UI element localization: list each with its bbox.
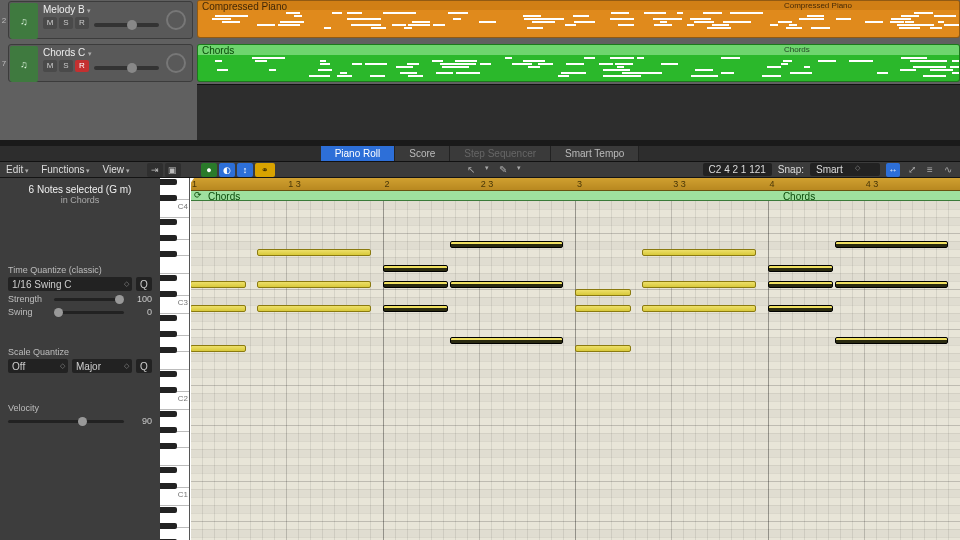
pointer-tool-icon[interactable]: ↖ xyxy=(465,164,477,176)
track-name: Melody xyxy=(43,4,75,15)
ruler-label: 4 3 xyxy=(866,179,879,189)
track-header-chords[interactable]: 7 ♫ Chords C ▾ M S R xyxy=(8,44,193,82)
pan-knob[interactable] xyxy=(166,10,186,30)
swing-value[interactable]: 0 xyxy=(128,307,152,317)
track-header-list: 2 ♫ Melody B ▾ M S R 7 ♫ Chords C ▾ M xyxy=(0,0,197,140)
midi-note[interactable] xyxy=(450,337,564,344)
mute-button[interactable]: M xyxy=(43,17,57,29)
region-melody[interactable]: Compressed PianoCompressed Piano xyxy=(197,0,960,38)
midi-note[interactable] xyxy=(642,249,756,256)
zoom-horizontal-icon[interactable]: ↔ xyxy=(886,163,900,177)
ruler-label: 1 3 xyxy=(288,179,301,189)
selection-subtitle: in Chords xyxy=(8,195,152,205)
position-display[interactable]: C2 4 2 1 121 xyxy=(703,163,772,176)
midi-note[interactable] xyxy=(642,305,756,312)
menu-functions[interactable]: Functions xyxy=(35,162,96,177)
midi-note[interactable] xyxy=(768,281,833,288)
arrange-lanes[interactable]: Compressed PianoCompressed Piano ChordsC… xyxy=(197,0,960,140)
scale-type-select[interactable]: Major◇ xyxy=(72,359,132,373)
midi-note[interactable] xyxy=(768,265,833,272)
midi-note[interactable] xyxy=(383,265,448,272)
midi-note[interactable] xyxy=(450,281,564,288)
midi-note[interactable] xyxy=(835,281,949,288)
midi-note[interactable] xyxy=(575,345,631,352)
volume-slider[interactable] xyxy=(94,23,159,27)
midi-in-icon[interactable]: ● xyxy=(201,163,217,177)
region-name: Chords xyxy=(784,45,810,54)
piano-roll-toolbar: Edit Functions View ⇥ ▣ ● ◐ ↕ ⚭ ↖ ▾ ✎ ▾ … xyxy=(0,162,960,178)
loop-marker-icon[interactable]: ⟳ xyxy=(194,190,202,200)
tab-piano-roll[interactable]: Piano Roll xyxy=(321,146,396,161)
track-number: 2 xyxy=(1,2,7,38)
midi-note[interactable] xyxy=(575,305,631,312)
ruler-label: 2 xyxy=(385,179,390,189)
piano-roll-grid[interactable]: 11 322 333 344 3 Chords Chords ⟳ xyxy=(190,178,960,540)
region-chords[interactable]: ChordsChords xyxy=(197,44,960,82)
midi-note[interactable] xyxy=(383,281,448,288)
region-name: Compressed Piano xyxy=(784,1,852,10)
midi-note[interactable] xyxy=(642,281,756,288)
midi-note[interactable] xyxy=(383,305,448,312)
menu-edit[interactable]: Edit xyxy=(0,162,35,177)
midi-note[interactable] xyxy=(257,281,371,288)
ruler-label: 3 3 xyxy=(673,179,686,189)
midi-thru-icon[interactable]: ⇥ xyxy=(147,163,163,177)
solo-button[interactable]: S xyxy=(59,60,73,72)
strength-label: Strength xyxy=(8,294,50,304)
tool-menu-icon[interactable]: ▾ xyxy=(481,164,493,176)
playhead[interactable] xyxy=(190,178,191,540)
automation-icon[interactable]: ∿ xyxy=(942,164,954,176)
midi-note[interactable] xyxy=(190,345,246,352)
volume-slider[interactable] xyxy=(94,66,159,70)
track-header-melody[interactable]: 2 ♫ Melody B ▾ M S R xyxy=(8,1,193,39)
snap-label: Snap: xyxy=(778,164,804,175)
tab-score[interactable]: Score xyxy=(395,146,450,161)
midi-note[interactable] xyxy=(835,337,949,344)
midi-note[interactable] xyxy=(190,305,246,312)
pan-knob[interactable] xyxy=(166,53,186,73)
arrange-area: 2 ♫ Melody B ▾ M S R 7 ♫ Chords C ▾ M xyxy=(0,0,960,140)
piano-keyboard[interactable]: C4C3C2C1C0 xyxy=(160,178,190,540)
catch-playhead-icon[interactable]: ▣ xyxy=(165,163,181,177)
collapse-icon[interactable]: ↕ xyxy=(237,163,253,177)
disclosure-icon[interactable]: ▾ xyxy=(87,7,91,14)
scale-root-select[interactable]: Off◇ xyxy=(8,359,68,373)
pencil-tool-icon[interactable]: ✎ xyxy=(497,164,509,176)
midi-note[interactable] xyxy=(257,305,371,312)
ruler-label: 3 xyxy=(577,179,582,189)
bar-ruler[interactable]: 11 322 333 344 3 xyxy=(190,178,960,191)
midi-note[interactable] xyxy=(450,241,564,248)
midi-note[interactable] xyxy=(257,249,371,256)
swing-label: Swing xyxy=(8,307,50,317)
note-color-icon[interactable]: ≡ xyxy=(924,164,936,176)
snap-select[interactable]: Smart◇ xyxy=(810,163,880,176)
midi-note[interactable] xyxy=(835,241,949,248)
disclosure-icon[interactable]: ▾ xyxy=(88,50,92,57)
quantize-button[interactable]: Q xyxy=(136,277,152,291)
scale-quantize-button[interactable]: Q xyxy=(136,359,152,373)
menu-view[interactable]: View xyxy=(97,162,136,177)
link-icon[interactable]: ⚭ xyxy=(255,163,275,177)
ruler-label: 2 3 xyxy=(481,179,494,189)
tab-smart-tempo[interactable]: Smart Tempo xyxy=(551,146,639,161)
midi-note[interactable] xyxy=(768,305,833,312)
region-header[interactable]: Chords Chords ⟳ xyxy=(190,191,960,201)
midi-note[interactable] xyxy=(575,289,631,296)
swing-slider[interactable] xyxy=(54,311,124,314)
velocity-label: Velocity xyxy=(8,403,152,413)
instrument-icon: ♫ xyxy=(10,46,38,82)
midi-note[interactable] xyxy=(190,281,246,288)
time-quantize-select[interactable]: 1/16 Swing C◇ xyxy=(8,277,132,291)
velocity-slider[interactable] xyxy=(8,420,124,423)
midi-out-icon[interactable]: ◐ xyxy=(219,163,235,177)
velocity-value[interactable]: 90 xyxy=(128,416,152,426)
mute-button[interactable]: M xyxy=(43,60,57,72)
record-enable-button[interactable]: R xyxy=(75,60,89,72)
strength-value[interactable]: 100 xyxy=(128,294,152,304)
zoom-tool-icon[interactable]: ⤢ xyxy=(906,164,918,176)
tool-menu-icon[interactable]: ▾ xyxy=(513,164,525,176)
track-name: Chords xyxy=(43,47,75,58)
solo-button[interactable]: S xyxy=(59,17,73,29)
record-enable-button[interactable]: R xyxy=(75,17,89,29)
strength-slider[interactable] xyxy=(54,298,124,301)
